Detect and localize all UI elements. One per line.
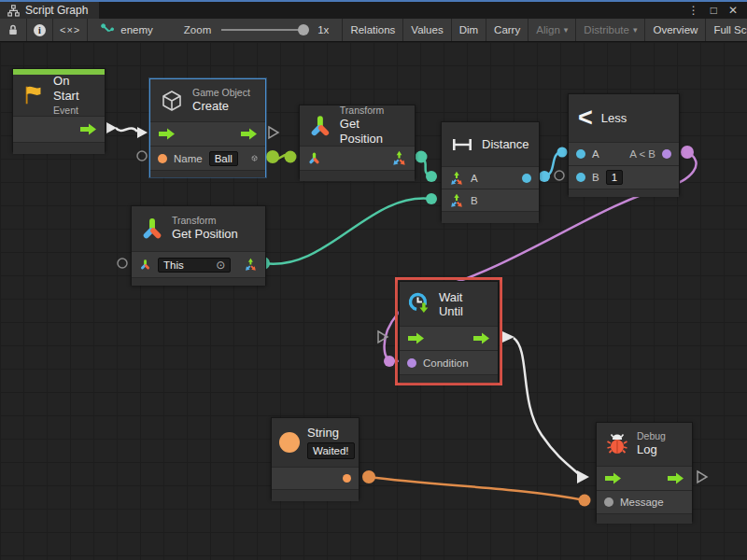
toolbar: i <×> enemy Zoom 1x Relations Values Dim [0,19,747,42]
zoom-label: Zoom [184,24,211,35]
wire-arrowhead [577,470,589,483]
string-out-port[interactable] [343,474,351,483]
this-field[interactable]: This ⊙ [158,258,231,273]
vector3-out-port[interactable] [244,257,258,273]
window-tab[interactable]: Script Graph [0,2,99,19]
node-get-position-2[interactable]: Transform Get Position This ⊙ [131,205,266,286]
flow-out-port[interactable] [667,472,684,484]
node-string[interactable]: String Waited! [271,417,359,499]
script-graph-window: Script Graph ⋮ □ ✕ i <×> [0,0,747,560]
wire-waituntil-log[interactable] [514,338,579,474]
graph-canvas[interactable]: On Start Event G [0,42,747,560]
flow-out-port[interactable] [79,123,97,135]
toolbar-button-relations[interactable]: Relations [342,19,402,41]
flow-in-port[interactable] [604,472,622,484]
node-title: Get Position [172,227,238,242]
name-field[interactable]: Ball [209,151,238,166]
node-wait-until[interactable]: Wait Until Condition [399,281,499,381]
wire-endpoint [426,171,437,182]
vector3-in-port-a[interactable] [449,171,464,186]
toolbar-button-align[interactable]: Align▾ [528,19,575,41]
toolbar-button-dim[interactable]: Dim [451,19,486,41]
zoom-slider[interactable] [221,29,307,31]
toolbar-button-distribute[interactable]: Distribute▾ [575,19,644,41]
zoom-slider-handle[interactable] [298,24,309,35]
wire-endpoint [681,146,694,159]
wire-endpoint [362,470,375,483]
node-subtitle: Event [53,105,95,117]
wire-arrowhead [106,122,117,133]
name-input-port[interactable] [158,154,167,163]
less-in-port-b[interactable] [576,173,585,182]
wire-endpoint [416,151,428,163]
gameobject-out-port[interactable] [251,151,258,165]
less-out-port[interactable] [662,149,671,159]
titlebar: Script Graph ⋮ □ ✕ [0,0,747,19]
graph-breadcrumb[interactable]: enemy [120,24,153,35]
port-label: A [471,173,478,184]
wait-until-icon [407,291,432,316]
flow-prediction-icon [269,127,278,138]
node-title: Log [637,442,666,457]
node-create[interactable]: Game Object Create Name Ball [149,78,266,177]
string-value-field[interactable]: Waited! [307,442,355,459]
flow-out-port[interactable] [240,128,258,140]
wire-getposition2-distance-b[interactable] [263,198,431,263]
object-picker-icon[interactable]: ⊙ [216,259,225,271]
flow-in-port[interactable] [407,332,425,344]
transform-in-port[interactable] [139,258,151,272]
wire-endpoint [426,193,437,204]
vector3-in-port-b[interactable] [449,193,464,208]
wire-endpoint [266,150,279,163]
port-label: Message [620,497,664,508]
node-title: Wait Until [439,290,490,318]
b-value-field[interactable]: 1 [606,170,623,185]
less-in-port-a[interactable] [576,149,585,159]
node-get-position-1[interactable]: Transform Get Position [299,105,416,179]
lock-icon [7,23,20,36]
lock-button[interactable] [0,19,27,41]
message-in-port[interactable] [604,497,613,507]
value-indicator-icon [555,171,564,180]
transform-in-port[interactable] [307,151,321,165]
wire-flow-start-create[interactable] [116,128,137,132]
distance-out-port[interactable] [522,174,531,183]
bug-icon [606,433,628,455]
toolbar-button-fullscreen[interactable]: Full Screen [705,19,747,41]
flag-icon [22,83,45,107]
button-label: Dim [459,24,478,35]
output-label: A < B [629,148,655,160]
vector3-out-port[interactable] [391,150,407,166]
condition-in-port[interactable] [407,358,416,368]
wire-endpoint [557,147,568,158]
flow-in-port[interactable] [158,128,176,140]
toolbar-middle: enemy Zoom 1x [88,19,342,41]
maximize-icon[interactable]: □ [711,5,717,16]
flow-out-port[interactable] [472,332,490,344]
wire-endpoint [285,151,297,163]
node-category: Debug [637,430,666,442]
script-graph-icon [7,5,20,17]
inspect-button[interactable]: i [27,19,53,41]
node-distance[interactable]: Distance A B [441,121,540,221]
close-icon[interactable]: ✕ [728,5,738,16]
node-category: Transform [340,105,405,117]
node-title: String [307,426,355,441]
node-less[interactable]: < Less A A < B B 1 [568,93,680,195]
wire-string-log-message[interactable] [369,477,585,500]
value-indicator-icon [118,259,127,268]
node-title: Less [601,111,627,125]
menu-icon[interactable]: ⋮ [688,5,699,16]
window-controls: ⋮ □ ✕ [688,2,747,19]
zoom-value: 1x [317,24,329,35]
toolbar-button-values[interactable]: Values [402,19,450,41]
toolbar-button-overview[interactable]: Overview [644,19,705,41]
toolbar-button-carry[interactable]: Carry [486,19,528,41]
code-view-button[interactable]: <×> [53,19,88,41]
button-label: Distribute [584,24,629,35]
node-debug-log[interactable]: Debug Log Message [596,422,693,522]
value-indicator-icon [137,151,147,161]
node-on-start[interactable]: On Start Event [12,68,106,152]
button-label: Align [536,24,560,35]
chevron-down-icon: ▾ [633,25,638,35]
